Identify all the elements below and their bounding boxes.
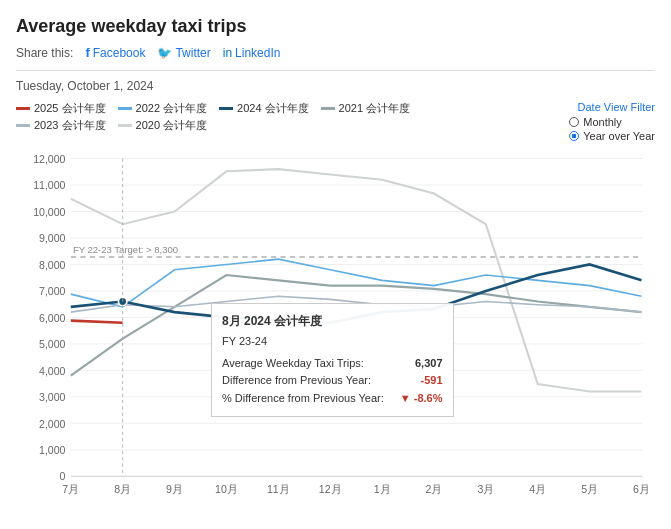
radio-monthly[interactable]: Monthly (569, 116, 655, 128)
twitter-link[interactable]: 🐦 Twitter (157, 46, 210, 60)
svg-text:4,000: 4,000 (39, 365, 66, 377)
svg-text:7,000: 7,000 (39, 285, 66, 297)
legend: 2025 会计年度 2022 会计年度 2024 会计年度 2021 会计年度 … (16, 101, 436, 133)
legend-label-2022: 2022 会计年度 (136, 101, 208, 116)
legend-swatch-2020 (118, 124, 132, 127)
legend-label-2021: 2021 会计年度 (339, 101, 411, 116)
svg-text:11月: 11月 (267, 483, 290, 495)
svg-text:5月: 5月 (581, 483, 598, 495)
chart-area: 0 1,000 2,000 3,000 4,000 5,000 6,000 7,… (16, 148, 655, 508)
date-label: Tuesday, October 1, 2024 (16, 70, 655, 93)
line-2021 (71, 275, 642, 376)
legend-swatch-2025 (16, 107, 30, 110)
date-view-filter: Date View Filter Monthly Year over Year (569, 101, 655, 144)
svg-text:10,000: 10,000 (33, 206, 65, 218)
svg-text:8月: 8月 (114, 483, 131, 495)
legend-filter-row: 2025 会计年度 2022 会计年度 2024 会计年度 2021 会计年度 … (16, 101, 655, 144)
radio-yoy-label: Year over Year (583, 130, 655, 142)
twitter-icon: 🐦 (157, 46, 172, 60)
twitter-label: Twitter (175, 46, 210, 60)
legend-label-2024: 2024 会计年度 (237, 101, 309, 116)
linkedin-link[interactable]: in LinkedIn (223, 46, 281, 60)
legend-label-2020: 2020 会计年度 (136, 118, 208, 133)
legend-swatch-2021 (321, 107, 335, 110)
svg-text:1月: 1月 (374, 483, 391, 495)
svg-text:4月: 4月 (529, 483, 546, 495)
legend-item-2022: 2022 会计年度 (118, 101, 208, 116)
svg-text:6月: 6月 (633, 483, 650, 495)
svg-text:1,000: 1,000 (39, 444, 66, 456)
facebook-icon: f (85, 45, 89, 60)
svg-text:10月: 10月 (215, 483, 238, 495)
legend-swatch-2024 (219, 107, 233, 110)
radio-yoy-circle (569, 131, 579, 141)
main-chart-svg: 0 1,000 2,000 3,000 4,000 5,000 6,000 7,… (16, 148, 655, 508)
legend-swatch-2022 (118, 107, 132, 110)
linkedin-label: LinkedIn (235, 46, 280, 60)
legend-item-2021: 2021 会计年度 (321, 101, 411, 116)
svg-text:11,000: 11,000 (33, 179, 65, 191)
legend-label-2025: 2025 会计年度 (34, 101, 106, 116)
legend-item-2020: 2020 会计年度 (118, 118, 208, 133)
svg-text:7月: 7月 (62, 483, 79, 495)
radio-monthly-circle (569, 117, 579, 127)
chart-container: 2025 会计年度 2022 会计年度 2024 会计年度 2021 会计年度 … (16, 101, 655, 508)
page-title: Average weekday taxi trips (16, 16, 655, 37)
svg-text:12,000: 12,000 (33, 153, 65, 165)
svg-text:3月: 3月 (477, 483, 494, 495)
svg-text:6,000: 6,000 (39, 312, 66, 324)
svg-text:9月: 9月 (166, 483, 183, 495)
svg-text:FY 22-23 Target: > 8,300: FY 22-23 Target: > 8,300 (73, 244, 178, 255)
svg-text:12月: 12月 (319, 483, 342, 495)
line-2022 (71, 259, 642, 307)
svg-text:2,000: 2,000 (39, 418, 66, 430)
filter-title: Date View Filter (569, 101, 655, 113)
share-label: Share this: (16, 46, 73, 60)
legend-item-2025: 2025 会计年度 (16, 101, 106, 116)
facebook-link[interactable]: f Facebook (85, 45, 145, 60)
legend-label-2023: 2023 会计年度 (34, 118, 106, 133)
svg-text:5,000: 5,000 (39, 338, 66, 350)
radio-yoy[interactable]: Year over Year (569, 130, 655, 142)
share-row: Share this: f Facebook 🐦 Twitter in Link… (16, 45, 655, 60)
svg-text:0: 0 (60, 470, 66, 482)
legend-item-2023: 2023 会计年度 (16, 118, 106, 133)
svg-text:9,000: 9,000 (39, 232, 66, 244)
svg-text:3,000: 3,000 (39, 391, 66, 403)
facebook-label: Facebook (93, 46, 146, 60)
svg-text:2月: 2月 (426, 483, 443, 495)
svg-text:8,000: 8,000 (39, 259, 66, 271)
line-2025 (71, 321, 123, 323)
line-2024 (71, 264, 642, 322)
line-2020 (71, 169, 642, 391)
legend-item-2024: 2024 会计年度 (219, 101, 309, 116)
legend-swatch-2023 (16, 124, 30, 127)
linkedin-icon: in (223, 46, 232, 60)
radio-monthly-label: Monthly (583, 116, 622, 128)
